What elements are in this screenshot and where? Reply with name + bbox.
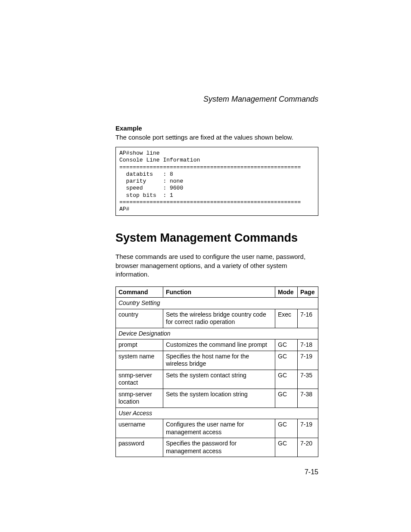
cell-function: Sets the system location string xyxy=(163,389,275,408)
group-cell: Device Designation xyxy=(116,328,318,339)
cell-function: Sets the system contact string xyxy=(163,370,275,389)
cell-mode: GC xyxy=(275,370,298,389)
table-header-row: Command Function Mode Page xyxy=(116,287,318,298)
cell-mode: GC xyxy=(275,339,298,351)
group-cell: User Access xyxy=(116,408,318,419)
cell-page: 7-19 xyxy=(298,351,318,370)
cell-function: Configures the user name for management … xyxy=(163,419,275,438)
cell-page: 7-38 xyxy=(298,389,318,408)
example-heading: Example xyxy=(115,124,318,132)
cell-function: Specifies the password for management ac… xyxy=(163,438,275,457)
table-body: Country SettingcountrySets the wireless … xyxy=(116,298,318,457)
cell-command: system name xyxy=(116,351,163,370)
cell-mode: GC xyxy=(275,351,298,370)
group-cell: Country Setting xyxy=(116,298,318,309)
cell-function: Sets the wireless bridge country code fo… xyxy=(163,309,275,328)
cell-function: Specifies the host name for the wireless… xyxy=(163,351,275,370)
th-function: Function xyxy=(163,287,275,298)
cell-page: 7-20 xyxy=(298,438,318,457)
cell-function: Customizes the command line prompt xyxy=(163,339,275,351)
running-head: System Management Commands xyxy=(115,95,318,104)
table-row: Device Designation xyxy=(116,328,318,339)
table-row: snmp-server locationSets the system loca… xyxy=(116,389,318,408)
th-mode: Mode xyxy=(275,287,298,298)
table-row: system nameSpecifies the host name for t… xyxy=(116,351,318,370)
example-intro: The console port settings are fixed at t… xyxy=(115,134,318,141)
table-row: Country Setting xyxy=(116,298,318,309)
cell-page: 7-16 xyxy=(298,309,318,328)
table-row: usernameConfigures the user name for man… xyxy=(116,419,318,438)
code-block: AP#show line Console Line Information ==… xyxy=(115,147,318,216)
section-body: These commands are used to configure the… xyxy=(115,252,318,279)
cell-mode: GC xyxy=(275,419,298,438)
th-page: Page xyxy=(298,287,318,298)
cell-command: password xyxy=(116,438,163,457)
table-row: snmp-server contactSets the system conta… xyxy=(116,370,318,389)
cell-command: country xyxy=(116,309,163,328)
page: System Management Commands Example The c… xyxy=(0,0,411,532)
commands-table: Command Function Mode Page Country Setti… xyxy=(115,286,318,457)
cell-page: 7-18 xyxy=(298,339,318,351)
table-row: promptCustomizes the command line prompt… xyxy=(116,339,318,351)
cell-command: prompt xyxy=(116,339,163,351)
section-title: System Management Commands xyxy=(115,231,318,245)
table-row: passwordSpecifies the password for manag… xyxy=(116,438,318,457)
cell-mode: GC xyxy=(275,438,298,457)
cell-page: 7-19 xyxy=(298,419,318,438)
cell-page: 7-35 xyxy=(298,370,318,389)
table-row: User Access xyxy=(116,408,318,419)
page-number: 7-15 xyxy=(305,468,318,476)
cell-command: snmp-server location xyxy=(116,389,163,408)
cell-mode: Exec xyxy=(275,309,298,328)
table-row: countrySets the wireless bridge country … xyxy=(116,309,318,328)
cell-mode: GC xyxy=(275,389,298,408)
th-command: Command xyxy=(116,287,163,298)
cell-command: snmp-server contact xyxy=(116,370,163,389)
cell-command: username xyxy=(116,419,163,438)
